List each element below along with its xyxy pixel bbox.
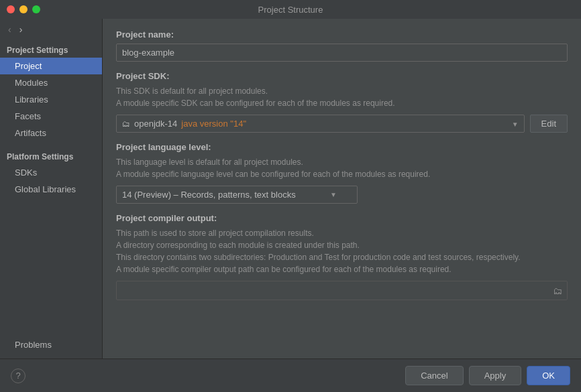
- close-button[interactable]: [7, 5, 15, 13]
- back-button[interactable]: ‹: [5, 23, 14, 36]
- folder-browse-icon: 🗂: [553, 285, 562, 296]
- sdk-dropdown[interactable]: 🗂 openjdk-14 java version "14" ▼: [116, 115, 525, 133]
- cancel-button[interactable]: Cancel: [405, 366, 463, 385]
- bottom-left: ?: [11, 369, 25, 383]
- platform-settings-header: Platform Settings: [0, 147, 102, 164]
- language-level-dropdown[interactable]: 14 (Preview) – Records, patterns, text b…: [116, 186, 358, 204]
- lang-chevron-icon: ▼: [330, 191, 337, 198]
- sdk-folder-icon: 🗂: [122, 119, 130, 129]
- sidebar-item-problems[interactable]: Problems: [0, 336, 102, 353]
- main-container: ‹ › Project Settings Project Modules Lib…: [0, 19, 581, 358]
- compiler-output-input[interactable]: [116, 281, 568, 300]
- help-button[interactable]: ?: [11, 369, 25, 383]
- maximize-button[interactable]: [32, 5, 40, 13]
- apply-button[interactable]: Apply: [469, 366, 522, 385]
- language-level-wrapper: 14 (Preview) – Records, patterns, text b…: [116, 186, 358, 204]
- project-name-label: Project name:: [116, 29, 568, 40]
- minimize-button[interactable]: [19, 5, 28, 13]
- content-area: Project name: Project SDK: This SDK is d…: [103, 19, 581, 358]
- sdk-chevron-icon: ▼: [512, 120, 519, 127]
- sidebar-item-modules[interactable]: Modules: [0, 74, 102, 91]
- project-settings-header: Project Settings: [0, 40, 102, 58]
- sdk-label: Project SDK:: [116, 71, 568, 81]
- sdk-name: openjdk-14: [134, 119, 177, 129]
- window-title: Project Structure: [258, 5, 323, 15]
- language-level-section: Project language level: This language le…: [116, 142, 568, 204]
- sidebar-navigation: ‹ ›: [0, 19, 102, 40]
- sdk-edit-button[interactable]: Edit: [530, 115, 568, 133]
- compiler-output-label: Project compiler output:: [116, 213, 568, 223]
- sidebar-item-sdks[interactable]: SDKs: [0, 164, 102, 181]
- compiler-output-wrapper: 🗂: [116, 281, 568, 300]
- sidebar-item-project[interactable]: Project: [0, 58, 102, 74]
- compiler-output-description: This path is used to store all project c…: [116, 227, 568, 275]
- bottom-right: Cancel Apply OK: [405, 366, 570, 385]
- project-name-input[interactable]: [116, 44, 568, 62]
- folder-browse-button[interactable]: 🗂: [550, 284, 565, 298]
- titlebar: Project Structure: [0, 0, 581, 19]
- language-level-label: Project language level:: [116, 142, 568, 152]
- window-controls: [7, 5, 40, 13]
- forward-button[interactable]: ›: [17, 23, 25, 36]
- sidebar-item-libraries[interactable]: Libraries: [0, 91, 102, 108]
- project-sdk-section: Project SDK: This SDK is default for all…: [116, 71, 568, 133]
- bottom-bar: ? Cancel Apply OK: [0, 358, 581, 392]
- ok-button[interactable]: OK: [527, 366, 570, 385]
- language-level-description: This language level is default for all p…: [116, 156, 568, 180]
- project-name-section: Project name:: [116, 29, 568, 62]
- sdk-version: java version "14": [181, 119, 246, 129]
- sdk-row: 🗂 openjdk-14 java version "14" ▼ Edit: [116, 115, 568, 133]
- sdk-select-wrapper: 🗂 openjdk-14 java version "14" ▼: [116, 115, 525, 133]
- sidebar: ‹ › Project Settings Project Modules Lib…: [0, 19, 103, 358]
- sidebar-item-artifacts[interactable]: Artifacts: [0, 125, 102, 141]
- sidebar-item-facets[interactable]: Facets: [0, 108, 102, 125]
- compiler-output-section: Project compiler output: This path is us…: [116, 213, 568, 300]
- sidebar-item-global-libraries[interactable]: Global Libraries: [0, 181, 102, 198]
- sdk-description: This SDK is default for all project modu…: [116, 85, 568, 109]
